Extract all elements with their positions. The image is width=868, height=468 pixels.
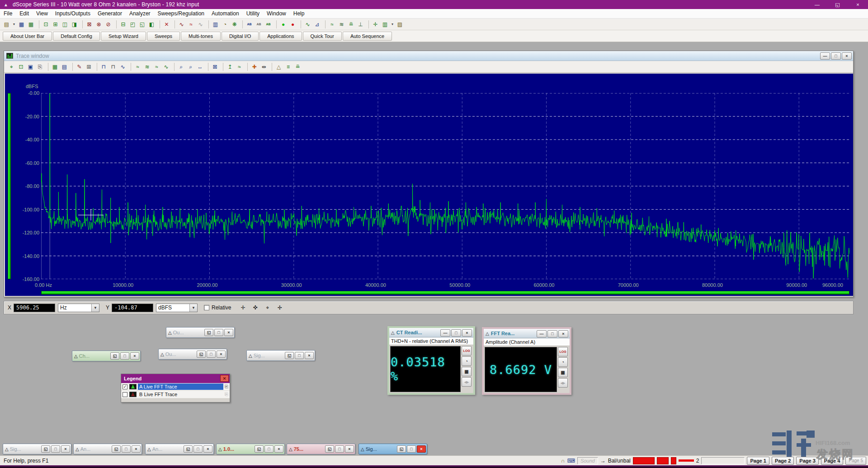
analog-meter-button[interactable]: ◔ — [558, 357, 568, 367]
save-icon[interactable]: ▦ — [17, 19, 26, 29]
x-log-icon[interactable]: ⊓ — [108, 62, 118, 71]
monitor-icon[interactable]: ▥ — [211, 19, 220, 29]
layout-icon[interactable]: ▨ — [395, 19, 405, 29]
horizontal-zoom-bar[interactable] — [41, 291, 849, 295]
minimized-window-sig[interactable]: △Sig...◱□× — [3, 444, 71, 454]
menu-generator[interactable]: Generator — [94, 9, 126, 18]
limits-icon[interactable]: ≞ — [293, 62, 302, 71]
menu-view[interactable]: View — [33, 9, 52, 18]
scope-icon[interactable]: ▥ — [380, 19, 390, 29]
legend-checkbox[interactable]: ✓ — [123, 384, 127, 389]
restore-button[interactable]: ◱ — [285, 352, 294, 359]
channel-ab-2-icon[interactable]: AB — [254, 19, 264, 29]
trace-prev-icon[interactable]: ≈ — [133, 62, 142, 71]
maximize-button[interactable]: □ — [335, 445, 344, 453]
wave-gen-icon[interactable]: ∿ — [177, 19, 186, 29]
marker-icon[interactable]: ⊠ — [210, 62, 220, 71]
regulation-icon[interactable]: ⊿ — [312, 19, 322, 29]
restore-button[interactable]: ◱ — [827, 0, 848, 9]
restore-button[interactable]: ◱ — [325, 445, 334, 453]
trace-window-title-bar[interactable]: Trace window — □ × — [4, 51, 853, 61]
gen-out-2-icon[interactable]: ⊞ — [51, 19, 60, 29]
restore-button[interactable]: ◱ — [184, 445, 193, 453]
center-cursor-icon[interactable]: ✛ — [238, 303, 248, 313]
legend-trace-label[interactable]: A Live FFT Trace — [138, 384, 223, 390]
fft-spectrum-plot[interactable] — [41, 93, 849, 279]
page-3-button[interactable]: Page 3 — [796, 457, 818, 465]
input-4-icon[interactable]: ◧ — [147, 19, 156, 29]
close-button[interactable]: × — [345, 445, 354, 453]
snapshot-icon[interactable]: ▣ — [26, 62, 35, 71]
crosshair-icon[interactable]: ✛ — [371, 19, 380, 29]
close-button[interactable]: × — [132, 445, 141, 453]
cursor-peak-icon[interactable]: ⌖ — [263, 303, 272, 313]
zoom-y-icon[interactable]: ⌕ — [186, 62, 195, 71]
menu-sweeps-regulation[interactable]: Sweeps/Regulation — [154, 9, 208, 18]
meter-icon[interactable]: ◔ — [220, 19, 230, 29]
run-icon[interactable]: ● — [278, 19, 288, 29]
menu-edit[interactable]: Edit — [16, 9, 33, 18]
cursor-move-icon[interactable]: ✢ — [275, 303, 284, 313]
menu-help[interactable]: Help — [290, 9, 308, 18]
maximize-button[interactable]: □ — [120, 352, 129, 360]
wave-off-icon[interactable]: ∿ — [196, 19, 205, 29]
maximize-button[interactable]: □ — [407, 445, 416, 453]
keyboard-icon[interactable]: ⌨ — [567, 458, 575, 464]
menu-file[interactable]: File — [0, 9, 16, 18]
close-button[interactable]: × — [217, 351, 226, 358]
maximize-button[interactable]: □ — [264, 445, 274, 453]
edit-settings-button[interactable]: ▦ — [462, 367, 472, 376]
maximize-button[interactable]: □ — [451, 329, 461, 337]
restore-button[interactable]: ◱ — [197, 351, 206, 358]
gen-out-1-icon[interactable]: ⊡ — [41, 19, 51, 29]
minimized-window-ou[interactable]: △Ou...◱□× — [158, 349, 227, 360]
trace-close-button[interactable]: × — [842, 52, 852, 60]
add-trace-icon[interactable]: ✚ — [250, 62, 259, 71]
restore-button[interactable]: ◱ — [397, 445, 406, 453]
maximize-button[interactable]: □ — [547, 330, 557, 337]
copy-icon[interactable]: ⎘ — [35, 62, 45, 71]
close-button[interactable]: × — [848, 0, 868, 9]
close-button[interactable]: × — [61, 445, 70, 453]
reading-title-bar[interactable]: △FFT Rea...—□× — [484, 329, 570, 338]
minimized-window-ch[interactable]: △Ch...◱□× — [72, 351, 141, 361]
legend-row-b[interactable]: B Live FFT Trace⎘ — [121, 391, 230, 398]
legend-title-bar[interactable]: Legend ✕ — [121, 374, 230, 383]
sweep-icon[interactable]: ∿ — [303, 19, 312, 29]
copy-trace-icon[interactable]: ⎘ — [225, 392, 228, 397]
reading-title-bar[interactable]: △CT Readi...—□× — [389, 328, 473, 337]
minimized-window-an[interactable]: △An...◱□× — [145, 444, 214, 454]
minimize-button[interactable]: — — [807, 0, 827, 9]
copy-trace-icon[interactable]: ⎘ — [225, 384, 228, 389]
wave-peak-icon[interactable]: ≈ — [186, 19, 196, 29]
save-config-icon[interactable]: ▦ — [26, 19, 36, 29]
menu-analyzer[interactable]: Analyzer — [126, 9, 154, 18]
span-icon[interactable]: ↔ — [195, 62, 205, 71]
log-scale-button[interactable]: LOG — [462, 346, 472, 356]
close-button[interactable]: × — [558, 330, 568, 337]
zoom-x-icon[interactable]: ⌕ — [176, 62, 186, 71]
scope-caret-icon[interactable]: ▾ — [390, 19, 395, 29]
analog-meter-button[interactable]: ◔ — [462, 356, 472, 366]
restore-button[interactable]: ◱ — [204, 329, 213, 336]
delete-icon[interactable]: ✕ — [162, 19, 171, 29]
minimized-window-ou[interactable]: △Ou...◱□× — [166, 327, 235, 338]
legend-row-a[interactable]: ✓A Live FFT Trace⎘ — [121, 383, 230, 391]
smooth-icon[interactable]: ∿ — [118, 62, 127, 71]
minimized-window-10[interactable]: △1.0...◱□× — [216, 444, 285, 454]
minimized-window-sig[interactable]: △Sig...◱□× — [246, 350, 315, 361]
out-mute-1-icon[interactable]: ⊠ — [85, 19, 94, 29]
y-unit-dropdown-icon[interactable]: ▼ — [189, 304, 197, 312]
fit-icon[interactable]: ⌖ — [7, 62, 16, 71]
minimize-button[interactable]: — — [440, 329, 450, 337]
menu-window[interactable]: Window — [263, 9, 290, 18]
userbar-sweeps-button[interactable]: Sweeps — [147, 32, 180, 41]
chart-view-icon[interactable]: ▦ — [50, 62, 60, 71]
menu-automation[interactable]: Automation — [208, 9, 243, 18]
maximize-button[interactable]: □ — [51, 445, 60, 453]
log-scale-button[interactable]: LOG — [558, 347, 568, 356]
page-2-button[interactable]: Page 2 — [772, 457, 794, 465]
out-mute-3-icon[interactable]: ⊘ — [104, 19, 113, 29]
maximize-button[interactable]: □ — [193, 445, 203, 453]
table-view-icon[interactable]: ▤ — [60, 62, 69, 71]
